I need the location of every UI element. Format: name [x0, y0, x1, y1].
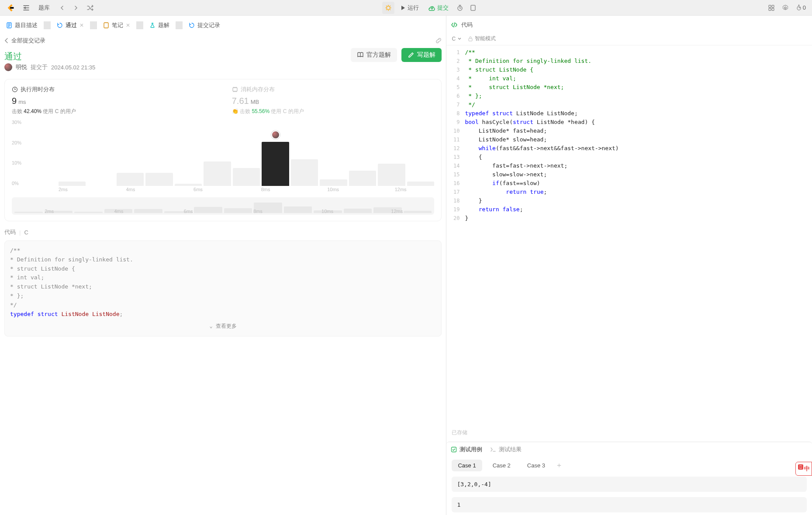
- tab-submissions[interactable]: 提交记录: [186, 20, 223, 31]
- left-tab-strip: 题目描述 通过 ✕ 笔记 ✕ 题解: [0, 17, 446, 33]
- case-1[interactable]: Case 1: [452, 460, 482, 471]
- runtime-value: 9: [12, 96, 17, 106]
- histogram-bar[interactable]: [117, 173, 144, 186]
- svg-rect-12: [469, 38, 472, 41]
- tab-passed-label: 通过: [66, 21, 77, 29]
- check-icon: [451, 446, 457, 453]
- debug-button[interactable]: [382, 2, 394, 14]
- clock-icon: [12, 86, 18, 93]
- shuffle-button[interactable]: [84, 2, 96, 14]
- svg-point-7: [784, 7, 786, 9]
- code-panel-header: 代码: [446, 17, 812, 32]
- testcase-input-1[interactable]: [3,2,0,-4]: [452, 477, 807, 492]
- layout-button[interactable]: [765, 2, 777, 14]
- case-3[interactable]: Case 3: [521, 460, 551, 471]
- case-2[interactable]: Case 2: [487, 460, 517, 471]
- close-icon[interactable]: ✕: [79, 22, 84, 28]
- streak-indicator[interactable]: 0: [793, 2, 809, 14]
- code-lang-label: C: [24, 229, 28, 236]
- svg-rect-3: [769, 5, 771, 7]
- histogram-bar[interactable]: [320, 179, 347, 186]
- lock-icon: [468, 36, 473, 41]
- svg-rect-4: [772, 5, 774, 7]
- run-button[interactable]: 运行: [395, 2, 423, 14]
- doc-icon: [6, 22, 12, 28]
- logo[interactable]: [3, 2, 18, 14]
- prev-problem-button[interactable]: [56, 2, 68, 14]
- submitted-prefix: 提交于: [31, 63, 48, 71]
- memory-icon: [232, 86, 238, 93]
- histogram-bar[interactable]: [175, 184, 202, 186]
- histogram-bar[interactable]: [204, 161, 231, 186]
- code-panel-title: 代码: [461, 21, 473, 29]
- runtime-histogram: 30%20%10%0% 2ms4ms6ms8ms10ms12ms: [12, 120, 434, 194]
- tab-testresults[interactable]: 测试结果: [490, 446, 522, 453]
- add-case-button[interactable]: ＋: [556, 461, 563, 470]
- top-toolbar: 题库 运行 提交 0: [0, 0, 812, 16]
- code-icon: [451, 21, 458, 28]
- tab-solutions[interactable]: 题解: [147, 20, 172, 31]
- histogram-bar[interactable]: [378, 164, 405, 186]
- submit-button[interactable]: 提交: [424, 2, 453, 14]
- notes-button[interactable]: [467, 2, 479, 14]
- memory-unit: MB: [251, 99, 259, 105]
- code-editor[interactable]: 1/**2 * Definition for singly-linked lis…: [446, 45, 812, 426]
- svg-rect-2: [471, 5, 475, 10]
- svg-rect-9: [104, 23, 108, 28]
- tab-description[interactable]: 题目描述: [3, 20, 40, 31]
- run-label: 运行: [408, 4, 419, 12]
- svg-point-0: [387, 6, 390, 10]
- tab-submissions-label: 提交记录: [197, 21, 220, 29]
- svg-rect-6: [772, 8, 774, 10]
- tab-notes[interactable]: 笔记 ✕: [100, 20, 133, 31]
- sidebar-toggle-icon[interactable]: [20, 2, 32, 14]
- tab-passed[interactable]: 通过 ✕: [54, 20, 86, 31]
- back-all-submissions[interactable]: 全部提交记录: [3, 37, 45, 45]
- history-icon: [57, 22, 63, 28]
- back-label: 全部提交记录: [11, 37, 45, 45]
- problems-label: 题库: [38, 4, 50, 12]
- runtime-unit: ms: [18, 99, 26, 105]
- note-icon: [103, 22, 109, 28]
- chevron-down-icon: [457, 37, 462, 41]
- runtime-label: 执行用时分布: [21, 86, 55, 93]
- timer-button[interactable]: [454, 2, 466, 14]
- problems-link[interactable]: 题库: [34, 2, 54, 14]
- settings-button[interactable]: [779, 2, 791, 14]
- tab-testcases[interactable]: 测试用例: [451, 446, 482, 453]
- flask-icon: [149, 22, 155, 28]
- svg-rect-11: [233, 88, 237, 91]
- memory-value: 7.61: [232, 96, 249, 106]
- runtime-overview-strip[interactable]: 2ms4ms6ms8ms10ms12ms: [12, 197, 434, 215]
- histogram-bar[interactable]: [262, 142, 289, 186]
- avatar: [4, 63, 12, 71]
- history-icon: [189, 22, 195, 28]
- edit-icon: [408, 52, 415, 58]
- link-icon[interactable]: [435, 37, 442, 45]
- write-solution-label: 写题解: [417, 51, 435, 59]
- histogram-bar[interactable]: [233, 168, 260, 186]
- histogram-bar[interactable]: [407, 182, 435, 186]
- histogram-bar[interactable]: [349, 171, 377, 186]
- avatar: [271, 130, 280, 139]
- close-icon[interactable]: ✕: [126, 22, 130, 28]
- smart-mode-toggle[interactable]: 智能模式: [468, 35, 496, 42]
- see-more-button[interactable]: 查看更多: [10, 322, 436, 330]
- code-label: 代码: [4, 228, 16, 236]
- ime-badge: 中: [795, 462, 812, 476]
- stats-card: 执行用时分布 9ms 击败 42.40% 使用 C 的用户 消耗内存分布 7.6…: [4, 79, 442, 221]
- streak-count: 0: [803, 4, 806, 11]
- official-solution-label: 官方题解: [366, 51, 391, 59]
- histogram-bar[interactable]: [145, 173, 173, 186]
- next-problem-button[interactable]: [70, 2, 82, 14]
- write-solution-button[interactable]: 写题解: [401, 48, 442, 62]
- language-selector[interactable]: C: [452, 36, 462, 42]
- book-icon: [357, 52, 364, 58]
- official-solution-button[interactable]: 官方题解: [351, 48, 397, 62]
- svg-rect-5: [769, 8, 771, 10]
- tab-notes-label: 笔记: [112, 21, 123, 29]
- histogram-bar[interactable]: [291, 159, 318, 186]
- testcase-input-2[interactable]: 1: [452, 497, 807, 512]
- histogram-bar[interactable]: [59, 182, 86, 186]
- submitted-time: 2024.05.02 21:35: [51, 64, 95, 71]
